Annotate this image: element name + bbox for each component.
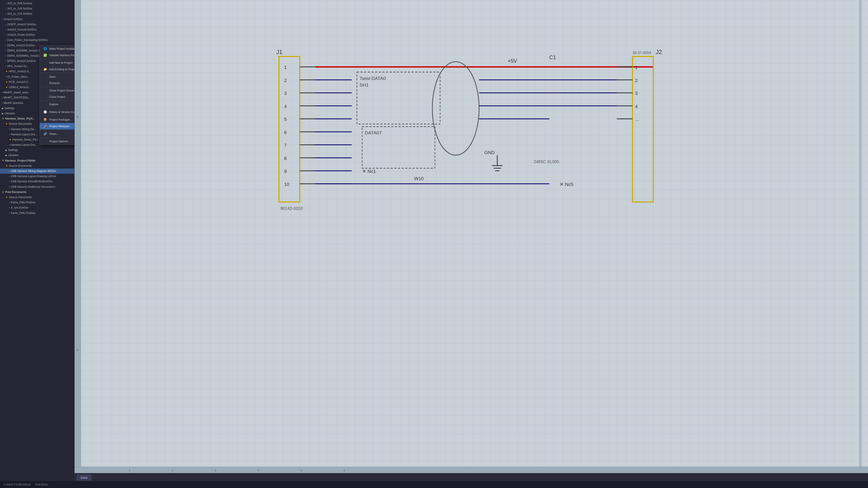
coordinates-display: X-50mil Y:2100.000mil [4,483,31,486]
tree-item-s6[interactable]: ▪Arria10_Ground.SchDoc [0,27,74,32]
tree-item-label-s8: Core_Power_Decoupling.SchDoc [7,38,48,42]
svg-text:2465C SL005: 2465C SL005 [534,159,559,164]
tree-item-s8[interactable]: ▪Core_Power_Decoupling.SchDoc [0,37,74,43]
bottom-ruler: 1 2 3 4 5 6 [74,467,868,473]
tree-item-label-s5: 2XSFP_Arria10.SchDoc [7,22,36,27]
menu-item-m22[interactable]: Project Options... [40,138,74,144]
tree-item-label-s36: USB Harness Draftsman Document.f [11,185,55,189]
svg-text:30-37-0004: 30-37-0004 [632,51,651,55]
tree-item-s31[interactable]: ▼Harness_Project.PrjHar [0,158,74,163]
tree-item-icon-s1: ▪ [5,2,6,6]
tree-item-s2[interactable]: ▪3V3_to_1V8.SchDoc [0,6,74,11]
tree-item-s41[interactable]: ▪Kame_FMU.PcbDoc [0,210,74,216]
tree-item-label-s27: Harness_Demo_Prj.l... [12,138,40,142]
menu-item-label-m18: Project Releaser... [49,125,71,128]
tree-item-icon-s3: ▪ [5,12,6,16]
tree-item-icon-s24: ▼ [5,122,8,126]
editor-tab[interactable]: Editor [77,475,92,481]
tree-item-s40[interactable]: ▪4_cpu.SchDoc [0,205,74,210]
menu-item-label-m17: Project Packager... [49,118,72,121]
vertical-scrollbar[interactable] [859,0,862,467]
svg-text:...: ... [635,117,639,122]
tree-item-icon-s40: ▪ [9,206,10,210]
tree-item-label-s20: MiniPC.BomDoc [4,101,24,105]
svg-text:J1: J1 [276,49,283,55]
tree-item-label-s13: HPS_Arria10.Sc... [7,64,29,68]
tree-item-s35[interactable]: ▪USB Harness ActiveBOM.BomDoc [0,179,74,184]
tree-item-s37[interactable]: ▼Free Documents [0,190,74,195]
ruler-label-3: 3 [215,469,216,472]
menu-item-m8[interactable]: Rename... [40,80,74,86]
tree-item-s34[interactable]: ▪USB Harness Layout Drawing.LdrDoc [0,174,74,179]
main-layout: ▪3V5_to_0V9.SchDoc▪3V3_to_1V8.SchDoc▪3V3… [0,0,868,481]
svg-text:10: 10 [284,182,289,187]
tree-item-icon-s19: ▪ [2,96,3,100]
menu-item-m17[interactable]: 📦Project Packager... [40,116,74,123]
tree-item-s29[interactable]: ▶Settings [0,148,74,153]
tree-item-label-s7: Arria10_Power.SchDoc [7,33,35,37]
menu-item-m1[interactable]: 🌐Make Project Available Online... [40,45,74,52]
menu-item-icon-m1: 🌐 [43,47,48,51]
svg-text:+5V: +5V [508,58,517,64]
grid-display: Grid:50mil [35,483,48,486]
tree-item-label-s18: MiniPC_board_asse... [4,90,30,95]
tree-item-icon-s27: ▼ [9,138,11,142]
menu-item-m13[interactable]: Explore [40,101,74,107]
menu-item-m2[interactable]: ✅Validate Harness Project Harness_Projec… [40,52,74,59]
tree-item-icon-s38: ▼ [5,195,8,199]
menu-item-m15[interactable]: 🕐History & Version Control▶ [40,109,74,115]
tree-item-label-s24: Source Documents [9,122,32,126]
tree-item-label-s9: DDR4_Arria10.SchDoc [7,43,35,48]
tree-item-icon-s2: ▪ [5,7,6,11]
menu-item-m7[interactable]: Save [40,74,74,80]
svg-text:4: 4 [284,104,287,109]
tree-item-s3[interactable]: ▪3V3_to_2V5.SchDoc [0,11,74,17]
tree-item-label-s31: Harness_Project.PrjHar [5,159,35,163]
tree-item-icon-s31: ▼ [2,159,4,163]
menu-item-label-m11: Close Project [49,95,65,98]
tree-item-s30[interactable]: ▶Libraries [0,153,74,158]
tree-item-icon-s16: ▼ [5,80,8,84]
tree-item-s36[interactable]: ▪USB Harness Draftsman Document.f [0,184,74,190]
menu-item-icon-m17: 📦 [43,118,48,121]
menu-item-m4[interactable]: Add New to Project▶ [40,60,74,66]
tree-item-label-s25: Harness Wiring Dia... [11,127,36,131]
svg-text:2: 2 [284,78,287,83]
tree-item-icon-s23: ▼ [2,117,4,121]
tree-item-s39[interactable]: ▪Kame_FMU.PcbDoc [0,200,74,205]
menu-item-m5[interactable]: 📁Add Existing to Project... [40,66,74,72]
tree-item-label-s15: IO_Power_Deco... [7,75,29,79]
left-label-b: B [77,116,79,118]
tree-item-icon-s4: ▪ [2,17,3,21]
tree-item-icon-s41: ▪ [9,211,10,215]
svg-text:4: 4 [635,104,638,109]
tree-item-s7[interactable]: ▪Arria10_Power.SchDoc [0,32,74,37]
menu-item-m11[interactable]: Close Project [40,94,74,100]
menu-item-m20[interactable]: 🔗Share... [40,131,74,137]
tree-item-label-s33: USB Harness Wiring Diagram.WirDoc [11,169,56,173]
svg-text:7: 7 [284,142,287,148]
context-menu[interactable]: 🌐Make Project Available Online...✅Valida… [39,45,74,145]
tree-item-label-s2: 3V3_to_1V8.SchDoc [7,6,32,11]
tree-item-s32[interactable]: ▼Source Documents [0,163,74,168]
tree-item-s1[interactable]: ▪3V5_to_0V9.SchDoc [0,1,74,6]
tree-item-s38[interactable]: ▼Source Documents [0,195,74,200]
tree-item-s5[interactable]: ▪2XSFP_Arria10.SchDoc [0,22,74,27]
tree-item-s33[interactable]: ▪USB Harness Wiring Diagram.WirDoc [0,168,74,174]
tree-item-icon-s11: ▪ [5,54,6,58]
svg-text:6: 6 [284,130,287,135]
svg-text:3: 3 [635,91,638,96]
tree-item-icon-s8: ▪ [5,38,6,42]
menu-item-label-m5: Add Existing to Project... [49,68,74,71]
tree-item-icon-s30: ▶ [5,153,7,158]
menu-item-label-m1: Make Project Available Online... [49,47,74,51]
tree-item-s4[interactable]: ▪Arria10.SchDoc [0,17,74,22]
menu-item-m10[interactable]: Close Project Documents [40,88,74,94]
ruler-label-2: 2 [172,469,173,472]
svg-text:90142-0010: 90142-0010 [281,206,303,211]
menu-item-m18[interactable]: 🚀Project Releaser... [40,123,74,129]
tree-item-icon-s17: ▼ [5,86,8,90]
svg-text:Twist DATA0: Twist DATA0 [360,76,386,81]
tree-item-icon-s7: ▪ [5,33,6,37]
svg-text:GND: GND [485,150,495,155]
